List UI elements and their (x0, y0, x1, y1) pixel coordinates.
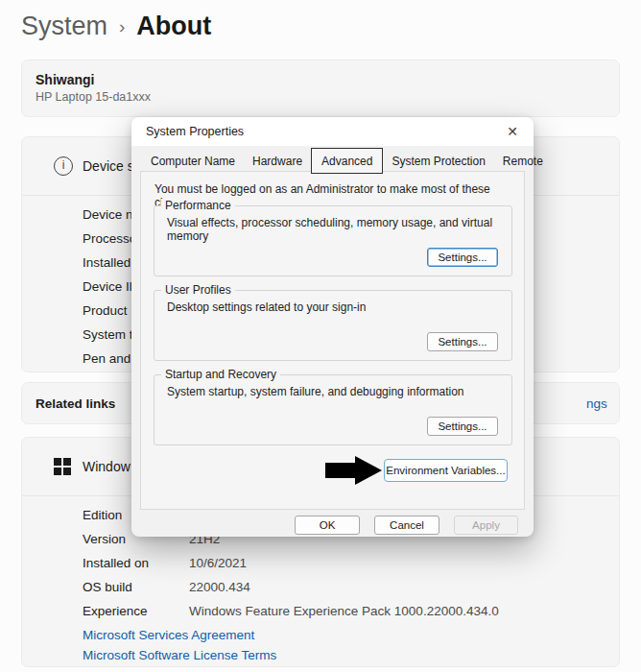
spec-row-product-id: Product (83, 299, 136, 323)
windows-logo-icon (54, 458, 71, 475)
close-icon[interactable]: ✕ (500, 119, 525, 144)
installed-on-value: 10/6/2021 (189, 556, 247, 570)
dialog-titlebar: System Properties ✕ (131, 117, 534, 146)
environment-variables-button[interactable]: Environment Variables... (384, 459, 508, 482)
performance-description: Visual effects, processor scheduling, me… (167, 216, 511, 243)
breadcrumb: System › About (21, 12, 211, 41)
spec-row-device-id: Device Il (83, 275, 136, 299)
tab-system-protection[interactable]: System Protection (383, 150, 493, 172)
device-summary-card: Shiwangi HP Laptop 15-da1xxx (21, 60, 620, 117)
services-agreement-link[interactable]: Microsoft Services Agreement (83, 625, 276, 645)
page-title: About (136, 12, 211, 41)
spec-row-installed-ram: Installed (83, 251, 136, 275)
dialog-title: System Properties (146, 117, 244, 146)
installed-on-label: Installed on (83, 556, 189, 570)
license-terms-link[interactable]: Microsoft Software License Terms (83, 645, 276, 665)
performance-settings-button[interactable]: Settings... (427, 248, 498, 267)
experience-value: Windows Feature Experience Pack 1000.220… (189, 604, 499, 618)
device-name: Shiwangi (36, 72, 94, 87)
startup-recovery-legend: Startup and Recovery (161, 368, 280, 381)
annotation-arrow-icon (325, 463, 355, 478)
device-specifications-title: Device s (83, 158, 134, 174)
related-settings-link[interactable]: ngs (586, 396, 607, 411)
spec-row-processor: Processo (83, 227, 136, 251)
windows-links: Microsoft Services Agreement Microsoft S… (83, 625, 276, 665)
tab-advanced[interactable]: Advanced (311, 148, 383, 174)
related-links-label: Related links (36, 396, 115, 411)
startup-recovery-description: System startup, system failure, and debu… (167, 385, 464, 398)
startup-recovery-group: Startup and Recovery System startup, sys… (154, 374, 512, 445)
breadcrumb-separator-icon: › (119, 16, 125, 37)
performance-legend: Performance (161, 199, 235, 212)
user-profiles-settings-button[interactable]: Settings... (427, 332, 498, 351)
dialog-tab-strip: Computer Name Hardware Advanced System P… (142, 151, 552, 172)
spec-row-system-type: System t (83, 323, 136, 347)
apply-button[interactable]: Apply (454, 516, 518, 535)
row-experience: Experience Windows Feature Experience Pa… (83, 599, 601, 623)
tab-computer-name[interactable]: Computer Name (142, 150, 244, 172)
system-properties-dialog: System Properties ✕ Computer Name Hardwa… (131, 117, 534, 537)
spec-row-pen-touch: Pen and (83, 347, 136, 371)
ok-button[interactable]: OK (295, 516, 360, 535)
os-build-value: 22000.434 (189, 580, 250, 594)
annotation-arrow-head-icon (355, 456, 382, 485)
windows-specifications-title: Window (83, 459, 131, 474)
cancel-button[interactable]: Cancel (374, 516, 439, 535)
row-installed-on: Installed on 10/6/2021 (83, 551, 601, 575)
device-spec-rows: Device n Processo Installed Device Il Pr… (83, 203, 136, 371)
dialog-footer: OK Cancel Apply (131, 516, 534, 537)
user-profiles-legend: User Profiles (161, 283, 235, 297)
tab-hardware[interactable]: Hardware (244, 150, 311, 172)
tab-remote[interactable]: Remote (494, 150, 552, 172)
row-os-build: OS build 22000.434 (83, 575, 601, 599)
experience-label: Experience (83, 604, 189, 618)
performance-group: Performance Visual effects, processor sc… (154, 205, 512, 276)
spec-row-device-name: Device n (83, 203, 136, 227)
startup-recovery-settings-button[interactable]: Settings... (427, 417, 498, 436)
user-profiles-group: User Profiles Desktop settings related t… (154, 290, 512, 361)
info-icon: i (54, 156, 73, 176)
user-profiles-description: Desktop settings related to your sign-in (167, 300, 366, 314)
device-model: HP Laptop 15-da1xxx (36, 90, 151, 104)
os-build-label: OS build (83, 580, 189, 594)
breadcrumb-system[interactable]: System (21, 12, 107, 41)
